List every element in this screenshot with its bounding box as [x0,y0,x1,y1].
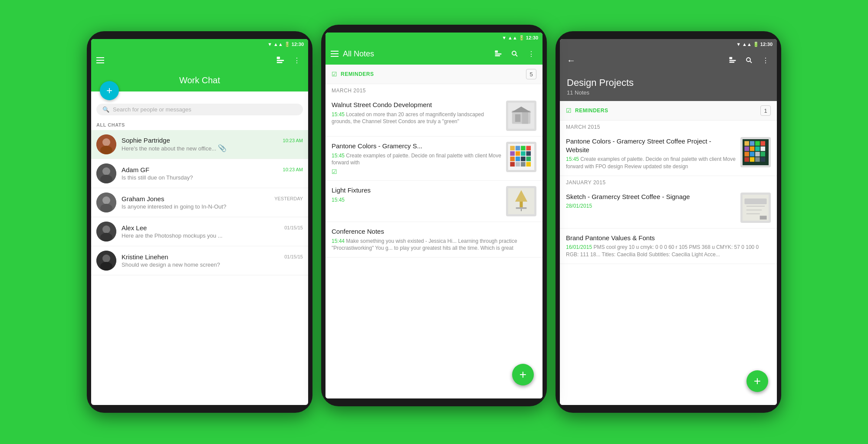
note-item[interactable]: Conference Notes 15:44 Make something yo… [326,222,542,258]
svg-rect-40 [526,157,531,161]
reminders-label: REMINDERS [341,71,523,77]
evernote-icon[interactable] [274,54,286,66]
battery-icon: 🔋 [284,42,290,47]
chat-item[interactable]: Alex Lee 01/15/15 Here are the Photoshop… [91,217,308,246]
network-icon: ▲▲ [508,35,517,40]
signal-icon: ▼ [736,42,741,47]
svg-point-7 [102,167,110,175]
svg-rect-47 [519,202,523,207]
chat-name: Sophie Partridge [122,137,170,144]
more-icon[interactable]: ⋮ [760,54,772,66]
chat-name: Adam GF [122,166,149,173]
chat-name: Kristine Linehen [122,253,168,261]
search-icon[interactable] [743,54,755,66]
svg-rect-19 [495,53,502,55]
svg-rect-18 [495,51,498,53]
svg-rect-50 [730,57,733,59]
chat-preview: Is this still due on Thursday? [122,174,193,181]
status-icons: ▼ ▲▲ 🔋 12:30 [502,35,538,41]
note-item[interactable]: Sketch - Gramercy Street Coffee - Signag… [560,187,777,229]
svg-rect-25 [515,114,520,122]
note-item[interactable]: Pantone Colors - Gramercy S... 15:45 Cre… [326,137,542,181]
note-preview: 15:45 [332,196,502,204]
reminders-icon: ☑ [566,107,572,114]
note-text: Light Fixtures 15:45 [332,186,502,203]
month-label: MARCH 2015 [560,121,777,132]
search-icon[interactable] [509,48,521,60]
evernote-icon[interactable] [727,54,739,66]
menu-icon[interactable] [331,51,339,57]
chat-item[interactable]: Adam GF 10:23 AM Is this still due on Th… [91,159,308,188]
note-title: Brand Pantone Values & Fonts [566,234,771,242]
note-item[interactable]: Pantone Colors - Gramercy Street Coffee … [560,132,777,176]
svg-point-4 [102,138,110,146]
svg-rect-36 [526,151,531,156]
note-preview: 15:45 Create examples of palette. Decide… [566,156,736,170]
svg-point-10 [102,196,110,204]
svg-point-11 [100,204,112,212]
note-item[interactable]: Walnut Street Condo Development 15:45 Lo… [326,95,542,137]
chat-item[interactable]: Kristine Linehen 01/15/15 Should we desi… [91,246,308,275]
svg-rect-31 [521,146,526,150]
svg-rect-35 [521,151,526,156]
svg-rect-68 [744,157,749,162]
note-title: Conference Notes [332,227,536,236]
note-title: Pantone Colors - Gramercy S... [332,142,502,150]
chat-item[interactable]: Sophie Partridge 10:23 AM Here's the not… [91,130,308,159]
note-preview: 16/01/2015 PMS cool grey 10 u cmyk: 0 0 … [566,244,771,258]
status-icons: ▼ ▲▲ 🔋 12:30 [267,42,304,47]
note-thumbnail [506,186,536,216]
more-icon[interactable]: ⋮ [291,54,303,66]
phone-3-app-bar: ← ⋮ [560,49,777,71]
svg-rect-30 [516,146,520,150]
chat-info: Graham Jones YESTERDAY Is anyone interes… [122,195,303,210]
note-text: Conference Notes 15:44 Make something yo… [332,227,536,252]
chat-info: Kristine Linehen 01/15/15 Should we desi… [122,253,303,268]
reminders-count: 1 [760,105,771,116]
svg-point-5 [100,146,112,154]
chat-info: Sophie Partridge 10:23 AM Here's the not… [122,137,303,152]
svg-point-16 [102,255,110,262]
chat-item[interactable]: Graham Jones YESTERDAY Is anyone interes… [91,188,308,217]
more-icon[interactable]: ⋮ [525,48,537,60]
svg-rect-60 [744,147,749,151]
note-item[interactable]: Light Fixtures 15:45 [326,181,542,222]
evernote-icon[interactable] [492,48,504,60]
chat-info: Alex Lee 01/15/15 Here are the Photoshop… [122,224,303,239]
svg-rect-41 [510,162,515,166]
search-bar[interactable]: 🔍 Search for people or messages [96,104,303,115]
svg-point-13 [102,225,110,233]
svg-rect-63 [760,147,765,151]
chat-time: 10:23 AM [283,167,303,172]
signal-icon: ▼ [502,35,506,40]
reminders-bar[interactable]: ☑ REMINDERS 1 [560,101,777,121]
note-title: Sketch - Gramercy Street Coffee - Signag… [566,193,736,201]
svg-line-22 [516,55,517,56]
add-note-fab[interactable]: + [746,370,768,392]
svg-rect-38 [516,157,520,161]
back-button[interactable]: ← [565,54,577,66]
note-text: Brand Pantone Values & Fonts 16/01/2015 … [566,234,771,258]
svg-rect-58 [755,141,760,146]
note-text: Pantone Colors - Gramercy Street Coffee … [566,137,736,170]
avatar [96,251,116,271]
menu-icon[interactable] [96,57,104,63]
chat-preview: Here's the note about the new office... [122,145,216,152]
phone-3: ▼ ▲▲ 🔋 12:30 ← ⋮ Design Pro [556,31,781,413]
add-note-fab[interactable]: + [512,364,534,385]
avatar [96,193,116,212]
svg-rect-65 [750,152,755,157]
work-chat-title: Work Chat [179,75,220,85]
svg-rect-1 [277,60,284,61]
svg-rect-33 [510,151,515,156]
svg-rect-71 [760,157,765,162]
svg-rect-0 [277,57,280,59]
note-item[interactable]: Brand Pantone Values & Fonts 16/01/2015 … [560,229,777,264]
svg-rect-69 [750,157,755,162]
svg-rect-44 [526,162,531,166]
svg-rect-67 [760,152,765,157]
new-chat-fab[interactable]: + [100,81,119,100]
flag-icon: ☑ [332,168,502,175]
reminders-bar[interactable]: ☑ REMINDERS 5 [326,65,542,84]
svg-rect-57 [750,141,755,146]
